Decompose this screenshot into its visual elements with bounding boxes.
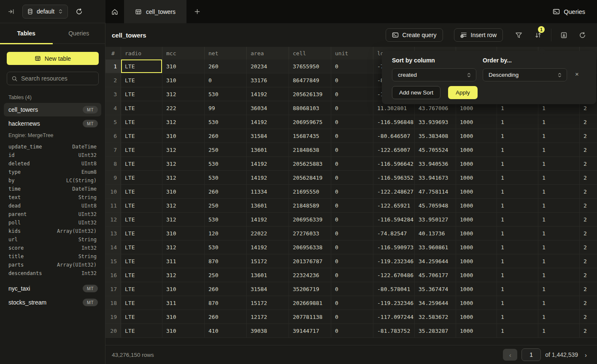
grid-cell[interactable]: 0 (331, 324, 373, 338)
grid-cell[interactable]: 1 (497, 226, 538, 240)
grid-cell[interactable]: 1000 (456, 115, 497, 129)
grid-cell[interactable]: 1000 (456, 213, 497, 226)
grid-cell[interactable]: 34.259644 (415, 296, 456, 310)
grid-cell[interactable]: -80.578041 (373, 282, 415, 296)
grid-cell[interactable]: 1000 (456, 226, 497, 240)
grid-cell[interactable]: 35.383408 (415, 129, 456, 143)
grid-cell[interactable]: LTE (121, 226, 162, 240)
grid-cell[interactable]: 205626139 (289, 87, 331, 101)
grid-cell[interactable]: 2 (580, 199, 597, 213)
grid-cell[interactable]: 201376787 (289, 254, 331, 268)
grid-cell[interactable]: 1000 (456, 296, 497, 310)
grid-cell[interactable]: 88068103 (289, 101, 331, 115)
grid-cell[interactable]: 1 (538, 226, 580, 240)
grid-cell[interactable]: -117.097244 (373, 310, 415, 324)
grid-cell[interactable]: 205628419 (289, 171, 331, 185)
grid-cell[interactable]: 207781138 (289, 310, 331, 324)
grid-cell[interactable]: 206959675 (289, 115, 331, 129)
grid-cell[interactable]: 310 (162, 226, 205, 240)
grid-cell[interactable]: 1000 (456, 143, 497, 157)
page-number-input[interactable] (521, 348, 541, 361)
grid-cell[interactable]: 0 (205, 73, 247, 87)
grid-cell[interactable]: 36034 (247, 101, 289, 115)
grid-cell[interactable]: 13601 (247, 143, 289, 157)
grid-cell[interactable]: 2 (580, 226, 597, 240)
grid-cell[interactable]: 22324236 (289, 268, 331, 282)
sort-button[interactable]: 1 (531, 28, 545, 42)
grid-cell[interactable]: LTE (121, 157, 162, 171)
grid-cell[interactable]: 39144717 (289, 324, 331, 338)
grid-cell[interactable]: 1 (497, 296, 538, 310)
grid-cell[interactable]: 250 (205, 199, 247, 213)
grid-cell[interactable]: 310 (162, 59, 205, 73)
grid-cell[interactable]: 870 (205, 254, 247, 268)
grid-cell[interactable]: 99 (205, 101, 247, 115)
row-number[interactable]: 3 (105, 87, 121, 101)
grid-cell[interactable]: 1 (497, 282, 538, 296)
grid-cell[interactable]: 2 (580, 157, 597, 171)
grid-cell[interactable]: 0 (331, 157, 373, 171)
grid-cell[interactable]: 33.960861 (415, 240, 456, 254)
grid-cell[interactable]: -122.248627 (373, 185, 415, 199)
grid-cell[interactable]: 0 (331, 282, 373, 296)
row-number[interactable]: 14 (105, 240, 121, 254)
row-number[interactable]: 5 (105, 115, 121, 129)
grid-cell[interactable]: 312 (162, 115, 205, 129)
grid-cell[interactable]: 33.940536 (415, 157, 456, 171)
grid-cell[interactable]: 1 (538, 115, 580, 129)
grid-cell[interactable]: LTE (121, 268, 162, 282)
grid-cell[interactable]: -116.594284 (373, 213, 415, 226)
grid-cell[interactable]: 35206719 (289, 282, 331, 296)
grid-cell[interactable]: LTE (121, 240, 162, 254)
grid-cell[interactable]: 1 (497, 268, 538, 282)
grid-cell[interactable]: 2 (580, 282, 597, 296)
grid-cell[interactable]: LTE (121, 310, 162, 324)
grid-cell[interactable]: -116.590973 (373, 240, 415, 254)
row-number[interactable]: 16 (105, 268, 121, 282)
column-header-area[interactable]: area (247, 47, 289, 59)
grid-cell[interactable]: 312 (162, 213, 205, 226)
refresh-table-button[interactable] (575, 28, 589, 42)
grid-cell[interactable]: 312 (162, 240, 205, 254)
grid-cell[interactable]: 310 (162, 310, 205, 324)
grid-cell[interactable]: 0 (331, 129, 373, 143)
grid-cell[interactable]: 311 (162, 296, 205, 310)
grid-cell[interactable]: -122.65921 (373, 199, 415, 213)
grid-cell[interactable]: 310 (162, 282, 205, 296)
grid-cell[interactable]: 1 (538, 324, 580, 338)
grid-cell[interactable]: 86477849 (289, 73, 331, 87)
grid-cell[interactable]: 530 (205, 213, 247, 226)
grid-cell[interactable]: LTE (121, 143, 162, 157)
grid-cell[interactable]: 311 (162, 254, 205, 268)
grid-cell[interactable]: 1000 (456, 268, 497, 282)
grid-cell[interactable]: LTE (121, 115, 162, 129)
grid-cell[interactable]: 27276033 (289, 226, 331, 240)
grid-cell[interactable]: 45.705524 (415, 143, 456, 157)
grid-cell[interactable]: 1 (538, 296, 580, 310)
grid-cell[interactable]: 2 (580, 240, 597, 254)
grid-cell[interactable]: 11334 (247, 185, 289, 199)
sidebar-table-item-cell_towers[interactable]: cell_towersMT (4, 103, 101, 116)
row-number[interactable]: 8 (105, 157, 121, 171)
database-selector[interactable]: default (22, 5, 68, 19)
grid-cell[interactable]: 310 (162, 185, 205, 199)
grid-cell[interactable]: 312 (162, 268, 205, 282)
grid-cell[interactable]: 1000 (456, 310, 497, 324)
grid-cell[interactable]: 39038 (247, 324, 289, 338)
grid-cell[interactable]: -81.783752 (373, 324, 415, 338)
grid-cell[interactable]: 0 (331, 199, 373, 213)
grid-cell[interactable]: 31584 (247, 282, 289, 296)
grid-cell[interactable]: 0 (331, 73, 373, 87)
grid-cell[interactable]: LTE (121, 213, 162, 226)
grid-cell[interactable]: 40.13736 (415, 226, 456, 240)
row-number[interactable]: 12 (105, 213, 121, 226)
grid-cell[interactable]: 1 (538, 254, 580, 268)
remove-sort-button[interactable]: × (575, 71, 579, 77)
grid-cell[interactable]: 2 (580, 254, 597, 268)
grid-cell[interactable]: 0 (331, 240, 373, 254)
grid-cell[interactable]: 1000 (456, 171, 497, 185)
grid-cell[interactable]: 1 (538, 171, 580, 185)
home-tab-button[interactable] (105, 0, 124, 23)
grid-cell[interactable]: 1 (538, 199, 580, 213)
grid-cell[interactable]: -116.596848 (373, 115, 415, 129)
